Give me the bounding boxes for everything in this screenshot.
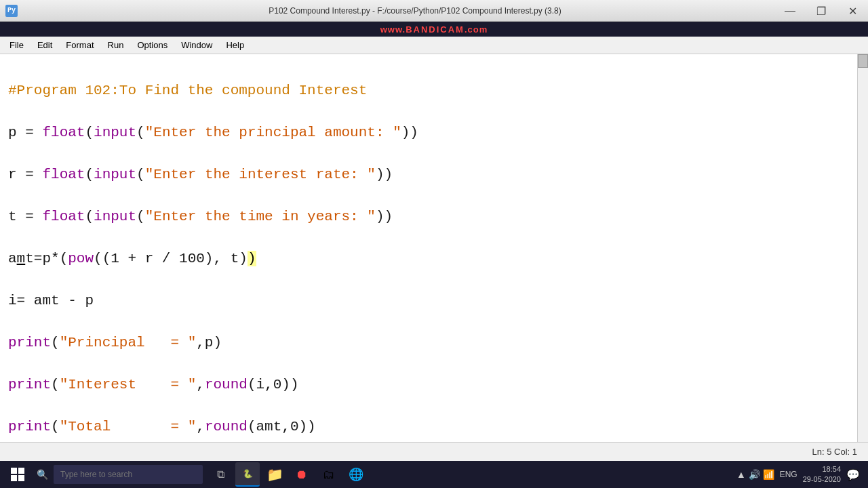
close-button[interactable]: ✕ xyxy=(837,0,868,22)
code-line-7: print("Principal = ",p) xyxy=(8,332,849,354)
menu-help[interactable]: Help xyxy=(219,38,251,52)
files-icon: 🗂 xyxy=(323,468,335,482)
window-controls[interactable]: — ❐ ✕ xyxy=(774,0,868,22)
notifications-icon[interactable]: 💬 xyxy=(846,468,860,481)
code-line-9: print("Total = ",round(amt,0)) xyxy=(8,416,849,438)
code-line-8: print("Interest = ",round(i,0)) xyxy=(8,374,849,396)
menu-window[interactable]: Window xyxy=(174,38,219,52)
title-bar: Py P102 Compound Interest.py - F:/course… xyxy=(0,0,868,22)
system-tray-icons: ▲ 🔊 📶 xyxy=(736,469,774,480)
start-button[interactable] xyxy=(3,461,33,488)
code-line-6: i= amt - p xyxy=(8,290,849,312)
record-icon: ⏺ xyxy=(296,468,308,482)
cortana-icon[interactable]: 🐍 xyxy=(235,462,260,487)
search-input[interactable] xyxy=(54,465,203,484)
menu-options[interactable]: Options xyxy=(130,38,174,52)
clock-time: 18:54 xyxy=(803,464,841,474)
clock-date: 29-05-2020 xyxy=(803,474,841,485)
code-line-2: p = float(input("Enter the principal amo… xyxy=(8,122,849,144)
title-text: P102 Compound Interest.py - F:/course/Py… xyxy=(22,6,808,16)
code-line-4: t = float(input("Enter the time in years… xyxy=(8,206,849,228)
menu-edit[interactable]: Edit xyxy=(31,38,59,52)
menu-run[interactable]: Run xyxy=(101,38,131,52)
file-manager-icon[interactable]: 🗂 xyxy=(317,462,341,487)
scrollbar-thumb[interactable] xyxy=(858,54,868,68)
search-icon: 🔍 xyxy=(37,469,48,481)
menu-bar: File Edit Format Run Options Window Help xyxy=(0,37,868,54)
code-line-1: #Program 102:To Find the compound Intere… xyxy=(8,80,849,102)
cursor-position: Ln: 5 Col: 1 xyxy=(812,447,858,457)
file-explorer-icon[interactable]: 📁 xyxy=(262,462,287,487)
web-icon: 🌐 xyxy=(349,467,363,482)
windows-logo xyxy=(11,468,24,481)
taskbar: 🔍 ⧉ 🐍 📁 ⏺ 🗂 🌐 ▲ 🔊 📶 ENG 18:54 29-05-2020… xyxy=(0,461,868,488)
taskbar-clock: 18:54 29-05-2020 xyxy=(803,464,841,485)
browser-icon[interactable]: 🌐 xyxy=(344,462,368,487)
scrollbar[interactable] xyxy=(857,54,868,442)
record-button[interactable]: ⏺ xyxy=(290,462,314,487)
code-editor[interactable]: #Program 102:To Find the compound Intere… xyxy=(0,54,868,442)
restore-button[interactable]: ❐ xyxy=(806,0,837,22)
search-icon-area[interactable]: 🔍 xyxy=(34,462,205,487)
taskview-button[interactable]: ⧉ xyxy=(208,462,233,487)
code-line-3: r = float(input("Enter the interest rate… xyxy=(8,164,849,186)
menu-file[interactable]: File xyxy=(3,38,31,52)
minimize-button[interactable]: — xyxy=(774,0,806,22)
editor-container: #Program 102:To Find the compound Intere… xyxy=(0,54,868,442)
menu-format[interactable]: Format xyxy=(59,38,100,52)
taskbar-right: ▲ 🔊 📶 ENG 18:54 29-05-2020 💬 xyxy=(736,464,865,485)
language-indicator: ENG xyxy=(780,470,797,479)
app-icon: Py xyxy=(5,5,18,17)
code-line-5: amt=p*(pow((1 + r / 100), t)) xyxy=(8,248,849,270)
folder-icon: 📁 xyxy=(267,466,283,483)
python-app-icon: 🐍 xyxy=(243,469,253,479)
bandicam-watermark: www.BANDICAM.com xyxy=(0,22,868,37)
status-bar: Ln: 5 Col: 1 xyxy=(0,442,868,461)
